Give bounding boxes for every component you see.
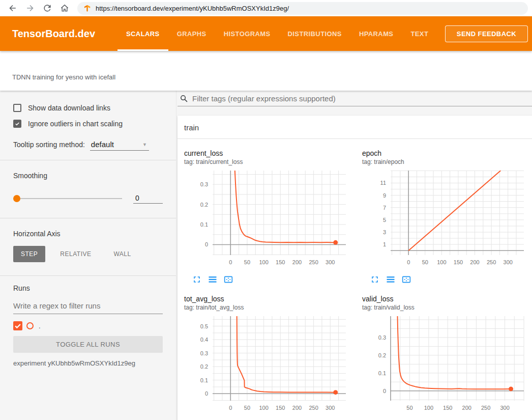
smoothing-label: Smoothing [13,160,163,180]
svg-text:150: 150 [276,259,285,265]
svg-text:0: 0 [229,405,232,411]
svg-text:200: 200 [470,259,479,265]
chart-plot[interactable]: 05010015020025030000.10.20.3 [184,167,356,269]
svg-text:0.2: 0.2 [200,202,208,208]
svg-text:250: 250 [309,259,318,265]
chart-tag: tag: train/current_loss [184,158,356,165]
smoothing-value-input[interactable] [133,193,163,204]
chart-title: valid_loss [362,295,532,303]
toggle-all-runs-button[interactable]: TOGGLE ALL RUNS [13,336,163,353]
chart-grid: current_loss tag: train/current_loss 050… [178,139,532,420]
fullscreen-icon[interactable] [370,274,380,285]
chart-title: epoch [362,149,532,157]
content: Show data download links Ignore outliers… [0,91,532,420]
svg-text:11: 11 [380,180,386,186]
checkbox-unchecked-icon[interactable] [13,104,21,112]
svg-text:250: 250 [481,405,490,411]
chart-plot-svg[interactable]: 5010015020025030000.10.20.3 [362,313,526,415]
svg-text:150: 150 [276,405,285,411]
chart-plot[interactable]: 0501001502002503001357911 [362,167,532,269]
chart-plot[interactable]: 05010015020025030000.10.20.30.40.5 [184,313,356,415]
tensorboard-favicon [83,5,91,12]
chart-tag: tag: train/epoch [362,158,532,165]
nav-tabs: SCALARS GRAPHS HISTOGRAMS DISTRIBUTIONS … [117,16,437,51]
svg-text:100: 100 [424,405,433,411]
back-button[interactable] [8,3,18,13]
send-feedback-button[interactable]: SEND FEEDBACK [445,25,528,42]
tag-filter-input[interactable] [192,94,532,103]
svg-text:250: 250 [487,259,496,265]
forward-button[interactable] [25,3,35,13]
tab-text[interactable]: TEXT [402,16,437,51]
tab-graphs[interactable]: GRAPHS [168,16,215,51]
chart-plot-svg[interactable]: 0501001502002503001357911 [362,167,526,269]
train-group-card: train current_loss tag: train/current_lo… [178,116,532,420]
app-header: TensorBoard.dev SCALARS GRAPHS HISTOGRAM… [0,16,532,51]
search-icon [180,94,188,103]
group-title[interactable]: train [178,116,532,139]
svg-text:150: 150 [454,259,463,265]
tab-scalars[interactable]: SCALARS [117,16,168,51]
checkbox-checked-icon[interactable] [13,120,21,128]
svg-text:300: 300 [326,405,335,411]
tooltip-sort-select[interactable]: default ▼ [90,140,149,151]
svg-text:0.3: 0.3 [200,181,208,187]
tag-filter-row [178,94,532,106]
axis-relative-button[interactable]: RELATIVE [52,246,99,262]
browser-chrome: https://tensorboard.dev/experiment/yKUbh… [0,0,532,16]
svg-text:0: 0 [205,390,208,397]
svg-text:0: 0 [205,241,208,247]
svg-text:0: 0 [229,259,232,265]
axis-step-button[interactable]: STEP [13,246,45,262]
svg-text:0.1: 0.1 [378,370,386,376]
show-download-links-checkbox-row[interactable]: Show data download links [13,104,163,112]
svg-text:0.4: 0.4 [200,337,208,343]
svg-text:0.5: 0.5 [200,323,208,329]
tab-histograms[interactable]: HISTOGRAMS [215,16,279,51]
svg-text:100: 100 [259,259,268,265]
fit-domain-icon[interactable] [401,274,411,285]
runs-filter-input[interactable] [13,298,163,314]
chevron-down-icon: ▼ [142,142,147,147]
fit-domain-icon[interactable] [223,274,233,285]
settings-sidebar: Show data download links Ignore outliers… [0,91,176,420]
chart-plot-svg[interactable]: 05010015020025030000.10.20.3 [184,167,348,269]
run-row[interactable]: . [13,321,163,330]
log-scale-icon[interactable] [208,274,218,285]
svg-text:5: 5 [383,217,386,223]
chart-plot-svg[interactable]: 05010015020025030000.10.20.30.40.5 [184,313,348,415]
slider-thumb[interactable] [13,195,20,202]
chart-plot[interactable]: 5010015020025030000.10.20.3 [362,313,532,415]
svg-text:9: 9 [383,192,386,199]
fullscreen-icon[interactable] [192,274,202,285]
svg-text:50: 50 [422,259,428,265]
runs-label: Runs [13,276,163,292]
chart-card-current-loss: current_loss tag: train/current_loss 050… [178,149,356,295]
checkbox-label: Show data download links [28,104,110,112]
smoothing-slider[interactable] [13,195,122,202]
svg-text:0: 0 [383,388,386,394]
ignore-outliers-checkbox-row[interactable]: Ignore outliers in chart scaling [13,120,163,128]
svg-text:200: 200 [292,259,302,265]
svg-text:50: 50 [244,405,250,411]
chart-card-tot-avg-loss: tot_avg_loss tag: train/tot_avg_loss 050… [178,295,356,420]
svg-text:50: 50 [244,259,250,265]
run-color-swatch [26,322,34,329]
tooltip-sort-value: default [91,140,114,149]
home-button[interactable] [60,3,70,13]
svg-text:250: 250 [309,405,318,411]
svg-text:0.3: 0.3 [378,334,386,341]
svg-text:300: 300 [326,259,335,265]
url-bar[interactable]: https://tensorboard.dev/experiment/yKUbh… [77,2,528,15]
axis-wall-button[interactable]: WALL [106,246,138,262]
svg-text:200: 200 [462,405,471,411]
tab-distributions[interactable]: DISTRIBUTIONS [279,16,350,51]
reload-button[interactable] [42,3,52,13]
svg-text:150: 150 [443,405,452,411]
tab-hparams[interactable]: HPARAMS [350,16,402,51]
svg-text:50: 50 [406,405,412,411]
url-text: https://tensorboard.dev/experiment/yKUbh… [96,5,289,12]
run-checkbox-checked-icon[interactable] [13,321,22,330]
log-scale-icon[interactable] [386,274,396,285]
svg-text:1: 1 [383,241,386,247]
